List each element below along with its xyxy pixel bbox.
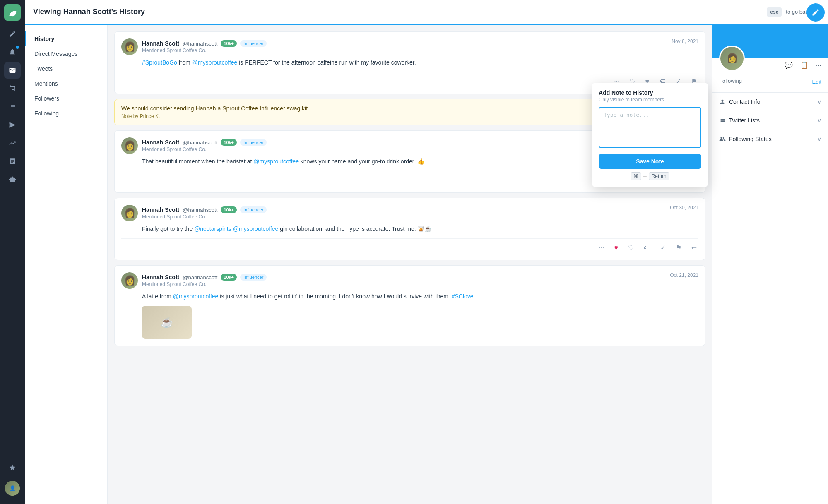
left-nav: History Direct Messages Tweets Mentions … — [25, 25, 108, 504]
nav-item-history[interactable]: History — [25, 31, 107, 46]
brand-logo — [4, 4, 21, 21]
tweet-flag-3[interactable]: ⚑ — [674, 242, 683, 253]
tweet-check-3[interactable]: ✓ — [659, 242, 667, 253]
sidebar: 👤 — [0, 0, 25, 504]
main-container: Viewing Hannah Scott's History esc to go… — [25, 0, 828, 504]
notification-badge — [16, 46, 19, 49]
badge-influencer-3: Influencer — [240, 206, 267, 213]
profile-info: Following Edit — [712, 74, 828, 92]
badge-influencer-1: Influencer — [240, 40, 267, 47]
contact-info-header[interactable]: Contact Info ∨ — [712, 93, 828, 111]
sidebar-item-notifications[interactable] — [4, 44, 21, 60]
profile-avatar: 👩 — [719, 46, 745, 71]
profile-chat-button[interactable]: 💬 — [783, 60, 794, 71]
tweet-like-filled-3[interactable]: ♥ — [613, 242, 620, 253]
tweet-link-sproutbogo[interactable]: #SproutBoGo — [142, 59, 177, 66]
tweet-sub-4: Mentioned Sprout Coffee Co. — [142, 281, 267, 287]
tweet-avatar-3: 👩 — [121, 205, 138, 221]
profile-more-button[interactable]: ··· — [814, 60, 823, 71]
tweet-name-2: Hannah Scott — [142, 139, 179, 146]
tweet-avatar-4: 👩 — [121, 272, 138, 289]
tweet-link-mysprout-1[interactable]: @mysproutcoffee — [192, 59, 238, 66]
badge-10k-3: 10k+ — [221, 206, 237, 213]
nav-item-mentions[interactable]: Mentions — [25, 76, 107, 91]
tweet-handle-2: @hannahscott — [183, 139, 217, 146]
sidebar-item-analytics[interactable] — [4, 135, 21, 151]
shortcut-cmd: ⌘ — [631, 172, 641, 180]
nav-item-following[interactable]: Following — [25, 106, 107, 121]
nav-item-direct-messages[interactable]: Direct Messages — [25, 46, 107, 61]
contact-info-section: Contact Info ∨ — [712, 92, 828, 111]
sidebar-item-star[interactable] — [4, 459, 21, 476]
sidebar-item-pin[interactable] — [4, 80, 21, 97]
badge-10k-4: 10k+ — [221, 274, 237, 281]
following-status-icon — [719, 136, 726, 142]
badge-influencer-2: Influencer — [240, 139, 267, 146]
badge-10k-2: 10k+ — [221, 139, 237, 146]
tweet-sub-2: Mentioned Sprout Coffee Co. — [142, 146, 267, 152]
twitter-lists-icon — [719, 117, 726, 124]
following-status-label: Following Status — [729, 136, 772, 142]
tweet-reply-3[interactable]: ↩ — [690, 242, 698, 253]
shortcut-hint: ⌘ + Return — [599, 172, 701, 180]
sidebar-item-send[interactable] — [4, 117, 21, 133]
sidebar-item-list[interactable] — [4, 98, 21, 115]
contact-info-icon — [719, 98, 726, 105]
tweet-link-mysprout-3[interactable]: @mysproutcoffee — [233, 226, 279, 232]
esc-button[interactable]: esc — [767, 7, 782, 17]
contact-info-chevron: ∨ — [817, 98, 821, 105]
twitter-lists-header[interactable]: Twitter Lists ∨ — [712, 111, 828, 130]
tweet-date-1: Nov 8, 2021 — [672, 38, 698, 44]
edit-link[interactable]: Edit — [812, 79, 821, 85]
tweet-sub-3: Mentioned Sprout Coffee Co. — [142, 214, 267, 220]
tweet-card-4: 👩 Hannah Scott @hannahscott 10k+ Influen… — [114, 265, 705, 346]
nav-item-followers[interactable]: Followers — [25, 91, 107, 106]
top-right-actions — [806, 3, 825, 22]
badge-influencer-4: Influencer — [240, 274, 267, 281]
following-status-section: Following Status ∨ — [712, 130, 828, 148]
tweet-link-nectar[interactable]: @nectarspirits — [194, 226, 231, 232]
shortcut-plus: + — [643, 173, 647, 180]
tweet-handle-3: @hannahscott — [183, 207, 217, 213]
tweet-date-4: Oct 21, 2021 — [670, 272, 698, 278]
right-panel: 👩 💬 📋 ··· Following Edit — [712, 25, 828, 504]
tweet-tag-3[interactable]: 🏷 — [642, 242, 652, 253]
add-note-title: Add Note to History — [599, 89, 701, 96]
tweet-like-empty-3[interactable]: ♡ — [626, 242, 635, 253]
following-label: Following — [719, 78, 742, 84]
tweet-more-3[interactable]: ··· — [597, 242, 606, 253]
tweet-name-4: Hannah Scott — [142, 274, 179, 281]
sidebar-item-bot[interactable] — [4, 171, 21, 188]
following-status-chevron: ∨ — [817, 136, 821, 142]
tweet-body-3: Finally got to try the @nectarspirits @m… — [121, 225, 698, 233]
tweet-body-4: A latte from @mysproutcoffee is just wha… — [121, 292, 698, 301]
sidebar-item-compose[interactable] — [4, 26, 21, 42]
tweet-name-1: Hannah Scott — [142, 40, 179, 47]
add-note-popup: Add Note to History Only visible to team… — [592, 83, 708, 187]
tweet-link-sclove[interactable]: #SClove — [452, 293, 474, 300]
tweet-link-mysprout-2[interactable]: @mysproutcoffee — [253, 158, 299, 165]
user-avatar[interactable]: 👤 — [5, 481, 20, 496]
tweet-avatar-1: 👩 — [121, 38, 138, 55]
page-title: Viewing Hannah Scott's History — [33, 7, 145, 16]
add-note-textarea[interactable] — [599, 107, 701, 148]
sidebar-item-reports[interactable] — [4, 153, 21, 170]
tweet-card-3: 👩 Hannah Scott @hannahscott 10k+ Influen… — [114, 198, 705, 260]
profile-panel-actions: 💬 📋 ··· — [783, 60, 823, 71]
compose-button[interactable] — [806, 3, 825, 22]
nav-item-tweets[interactable]: Tweets — [25, 61, 107, 76]
tweet-link-mysprout-4[interactable]: @mysproutcoffee — [173, 293, 219, 300]
following-status-header[interactable]: Following Status ∨ — [712, 130, 828, 148]
tweet-image-4: ☕ — [142, 306, 192, 339]
tweet-handle-1: @hannahscott — [183, 41, 217, 47]
tweet-actions-3: ··· ♥ ♡ 🏷 ✓ ⚑ ↩ — [121, 238, 698, 253]
tweet-sub-1: Mentioned Sprout Coffee Co. — [142, 48, 267, 53]
contact-info-label: Contact Info — [729, 98, 761, 105]
save-note-button[interactable]: Save Note — [599, 154, 701, 169]
sidebar-item-inbox[interactable] — [4, 62, 21, 79]
twitter-lists-label: Twitter Lists — [729, 117, 760, 124]
tweet-avatar-2: 👩 — [121, 137, 138, 154]
tweet-body-1: #SproutBoGo from @mysproutcoffee is PERF… — [121, 58, 698, 67]
profile-notes-button[interactable]: 📋 — [799, 60, 810, 71]
twitter-lists-section: Twitter Lists ∨ — [712, 111, 828, 130]
